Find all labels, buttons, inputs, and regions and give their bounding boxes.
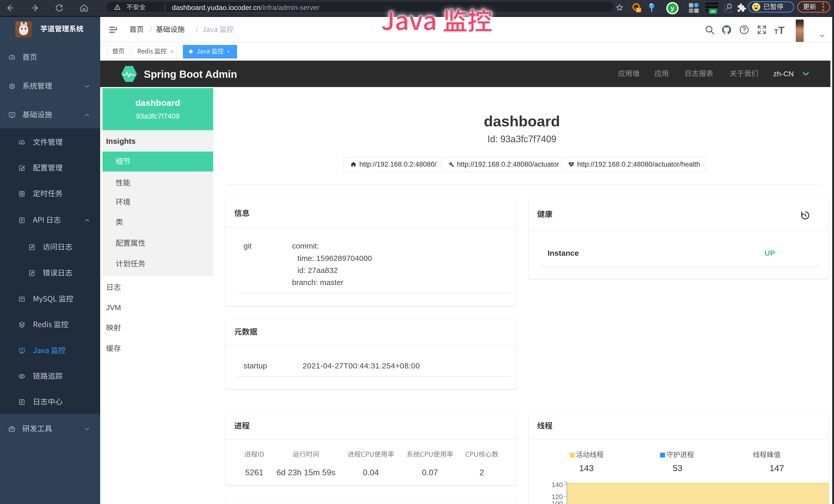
svg-text:1: 1 bbox=[637, 8, 640, 12]
svg-text:y: y bbox=[671, 5, 674, 12]
svg-text:on: on bbox=[711, 9, 715, 13]
